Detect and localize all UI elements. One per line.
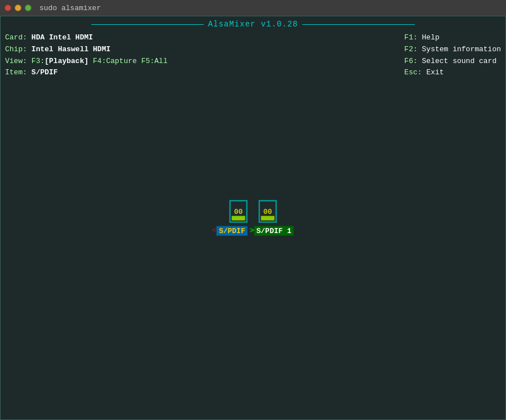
view-row: View: F3:[Playback] F4:Capture F5:All xyxy=(5,56,404,68)
f1-value: Help xyxy=(422,33,440,42)
f6-row: F6: Select sound card xyxy=(404,56,501,68)
mixer-channels: 00 00 xyxy=(229,200,276,223)
view-all: All xyxy=(154,57,167,65)
channel-spdif1[interactable]: 00 xyxy=(258,200,276,223)
mixer-area: 00 00 <S/PDIF >S/PDIF 1 xyxy=(212,200,294,236)
channel-labels: <S/PDIF >S/PDIF 1 xyxy=(212,226,294,236)
spdif-arrow-left: < xyxy=(212,226,217,236)
esc-row: Esc: Exit xyxy=(404,67,501,79)
card-row: Card: HDA Intel HDMI xyxy=(5,32,404,44)
spdif1-label: S/PDIF 1 xyxy=(254,226,294,236)
titlebar: sudo alsamixer xyxy=(0,0,506,16)
channel-spdif-value: 00 xyxy=(234,207,243,216)
esc-key: Esc: xyxy=(404,68,422,77)
channel-spdif1-value: 00 xyxy=(263,207,272,216)
f2-value: System information xyxy=(422,45,501,53)
info-left: Card: HDA Intel HDMI Chip: Intel Haswell… xyxy=(5,32,404,79)
channel-spdif-fill xyxy=(231,216,245,221)
info-right: F1: Help F2: System information F6: Sele… xyxy=(404,32,501,79)
item-row: Item: S/PDIF xyxy=(5,67,404,79)
card-value: HDA Intel HDMI xyxy=(32,33,93,42)
f1-row: F1: Help xyxy=(404,32,501,44)
minimize-button[interactable] xyxy=(15,5,21,11)
chip-row: Chip: Intel Haswell HDMI xyxy=(5,44,404,56)
f2-key: F2: xyxy=(404,45,417,53)
window-title: sudo alsamixer xyxy=(39,4,501,12)
channel-spdif-meter: 00 xyxy=(229,200,247,223)
view-playback: [Playback] xyxy=(44,57,88,65)
item-label: Item: xyxy=(5,68,27,77)
channel-spdif[interactable]: 00 xyxy=(229,200,247,223)
spdif-label: S/PDIF xyxy=(217,226,248,236)
channel-spdif1-meter: 00 xyxy=(258,200,276,223)
terminal-area: AlsaMixer v1.0.28 Card: HDA Intel HDMI C… xyxy=(0,16,506,420)
chip-label: Chip: xyxy=(5,45,27,53)
view-f5: F5: xyxy=(141,57,154,65)
view-label: View: xyxy=(5,57,27,65)
view-capture: Capture xyxy=(106,57,137,65)
item-value: S/PDIF xyxy=(32,68,58,77)
info-section: Card: HDA Intel HDMI Chip: Intel Haswell… xyxy=(5,32,501,79)
f6-key: F6: xyxy=(404,57,417,65)
f2-row: F2: System information xyxy=(404,44,501,56)
f6-value: Select sound card xyxy=(422,57,497,65)
esc-value: Exit xyxy=(426,68,444,77)
spdif1-arrow-left: > xyxy=(250,226,254,236)
view-f4: F4: xyxy=(93,57,106,65)
app-title: AlsaMixer v1.0.28 xyxy=(5,20,501,29)
close-button[interactable] xyxy=(5,5,11,11)
channel-spdif1-fill xyxy=(261,216,274,221)
card-label: Card: xyxy=(5,33,27,42)
chip-value: Intel Haswell HDMI xyxy=(32,45,110,53)
view-f3: F3: xyxy=(32,57,44,65)
maximize-button[interactable] xyxy=(25,5,32,11)
f1-key: F1: xyxy=(404,33,417,42)
